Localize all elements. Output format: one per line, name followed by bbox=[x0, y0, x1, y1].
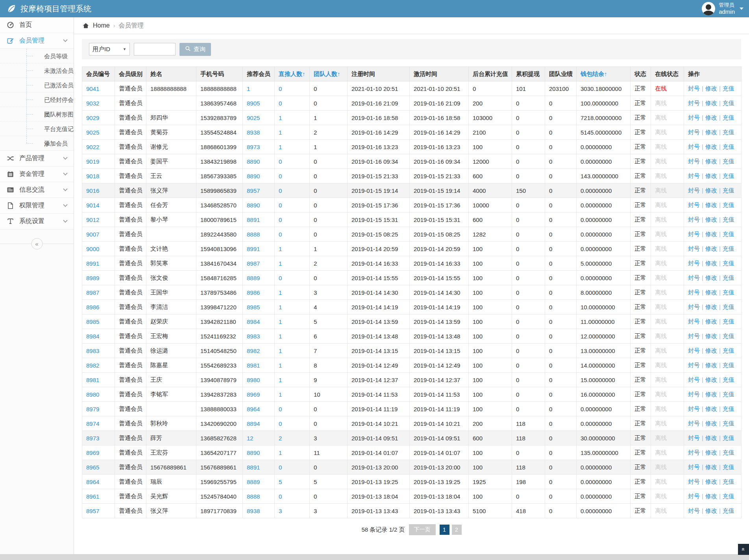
member-id-link[interactable]: 9016 bbox=[86, 187, 99, 194]
action-link[interactable]: 修改 bbox=[705, 318, 717, 325]
action-link[interactable]: 封号 bbox=[688, 333, 700, 339]
action-link[interactable]: 封号 bbox=[688, 318, 700, 325]
member-id-link[interactable]: 9022 bbox=[86, 144, 99, 150]
column-header[interactable]: 团队人数↑ bbox=[310, 67, 348, 81]
member-id-link[interactable]: 8974 bbox=[86, 420, 99, 427]
member-id-link[interactable]: 9018 bbox=[86, 173, 99, 179]
action-link[interactable]: 修改 bbox=[705, 289, 717, 296]
referrer-link[interactable]: 8890 bbox=[247, 173, 260, 179]
direct-count-link[interactable]: 5 bbox=[279, 479, 282, 485]
member-id-link[interactable]: 9000 bbox=[86, 246, 99, 252]
action-link[interactable]: 封号 bbox=[688, 507, 700, 514]
action-link[interactable]: 充值 bbox=[723, 260, 734, 266]
action-link[interactable]: 修改 bbox=[705, 201, 717, 208]
referrer-link[interactable]: 8957 bbox=[247, 187, 260, 194]
referrer-link[interactable]: 8938 bbox=[247, 129, 260, 136]
sidebar-item-permission-management[interactable]: 权限管理 bbox=[0, 198, 74, 214]
action-link[interactable]: 修改 bbox=[705, 333, 717, 339]
action-link[interactable]: 封号 bbox=[688, 274, 700, 281]
direct-count-link[interactable]: 0 bbox=[279, 406, 282, 412]
direct-count-link[interactable]: 0 bbox=[279, 202, 282, 209]
action-link[interactable]: 封号 bbox=[688, 405, 700, 412]
action-link[interactable]: 修改 bbox=[705, 391, 717, 397]
search-input[interactable] bbox=[134, 43, 176, 55]
referrer-link[interactable]: 8905 bbox=[247, 100, 260, 107]
action-link[interactable]: 修改 bbox=[705, 187, 717, 194]
action-link[interactable]: 修改 bbox=[705, 100, 717, 106]
action-link[interactable]: 修改 bbox=[705, 129, 717, 135]
action-link[interactable]: 修改 bbox=[705, 362, 717, 368]
direct-count-link[interactable]: 2 bbox=[279, 435, 282, 442]
action-link[interactable]: 充值 bbox=[723, 434, 734, 441]
referrer-link[interactable]: 9025 bbox=[247, 115, 260, 121]
direct-count-link[interactable]: 0 bbox=[279, 216, 282, 223]
referrer-link[interactable]: 8985 bbox=[247, 304, 260, 310]
action-link[interactable]: 封号 bbox=[688, 85, 700, 92]
search-field-select[interactable]: 用户ID ▼ bbox=[89, 43, 130, 55]
action-link[interactable]: 封号 bbox=[688, 464, 700, 470]
member-id-link[interactable]: 9025 bbox=[86, 129, 99, 136]
member-id-link[interactable]: 9007 bbox=[86, 231, 99, 238]
direct-count-link[interactable]: 1 bbox=[279, 333, 282, 340]
action-link[interactable]: 充值 bbox=[723, 391, 734, 397]
referrer-link[interactable]: 8888 bbox=[247, 493, 260, 500]
referrer-link[interactable]: 8890 bbox=[247, 449, 260, 456]
direct-count-link[interactable]: 0 bbox=[279, 173, 282, 179]
direct-count-link[interactable]: 1 bbox=[279, 347, 282, 354]
action-link[interactable]: 封号 bbox=[688, 187, 700, 194]
action-link[interactable]: 封号 bbox=[688, 289, 700, 296]
action-link[interactable]: 封号 bbox=[688, 434, 700, 441]
member-id-link[interactable]: 8991 bbox=[86, 260, 99, 267]
action-link[interactable]: 充值 bbox=[723, 347, 734, 354]
action-link[interactable]: 修改 bbox=[705, 507, 717, 514]
direct-count-link[interactable]: 1 bbox=[279, 289, 282, 296]
sidebar-subitem[interactable]: 团队树形图 bbox=[0, 107, 74, 122]
referrer-link[interactable]: 8980 bbox=[247, 377, 260, 383]
action-link[interactable]: 封号 bbox=[688, 245, 700, 252]
direct-count-link[interactable]: 0 bbox=[279, 420, 282, 427]
action-link[interactable]: 封号 bbox=[688, 201, 700, 208]
sidebar-subitem[interactable]: 会员等级 bbox=[0, 49, 74, 63]
action-link[interactable]: 封号 bbox=[688, 376, 700, 383]
action-link[interactable]: 充值 bbox=[723, 100, 734, 106]
action-link[interactable]: 充值 bbox=[723, 420, 734, 427]
direct-count-link[interactable]: 1 bbox=[279, 391, 282, 398]
bottom-scrollbar-strip[interactable] bbox=[0, 554, 749, 560]
sidebar-subitem[interactable]: 平台充值记录 bbox=[0, 122, 74, 136]
action-link[interactable]: 修改 bbox=[705, 478, 717, 485]
action-link[interactable]: 修改 bbox=[705, 85, 717, 92]
back-to-top-button[interactable]: « bbox=[738, 544, 749, 555]
sidebar-item-system-settings[interactable]: 系统设置 bbox=[0, 214, 74, 229]
referrer-link[interactable]: 8981 bbox=[247, 362, 260, 369]
search-button[interactable]: 查询 bbox=[179, 43, 211, 56]
action-link[interactable]: 充值 bbox=[723, 158, 734, 164]
direct-count-link[interactable]: 1 bbox=[279, 246, 282, 252]
member-id-link[interactable]: 9014 bbox=[86, 202, 99, 209]
referrer-link[interactable]: 8890 bbox=[247, 158, 260, 165]
member-id-link[interactable]: 8961 bbox=[86, 493, 99, 500]
direct-count-link[interactable]: 0 bbox=[279, 464, 282, 471]
referrer-link[interactable]: 8891 bbox=[247, 464, 260, 471]
direct-count-link[interactable]: 0 bbox=[279, 231, 282, 238]
direct-count-link[interactable]: 1 bbox=[279, 362, 282, 369]
user-menu[interactable]: 管理员 admin bbox=[702, 0, 743, 17]
action-link[interactable]: 修改 bbox=[705, 274, 717, 281]
direct-count-link[interactable]: 1 bbox=[279, 304, 282, 310]
action-link[interactable]: 封号 bbox=[688, 420, 700, 427]
member-id-link[interactable]: 8957 bbox=[86, 508, 99, 514]
direct-count-link[interactable]: 1 bbox=[279, 144, 282, 150]
action-link[interactable]: 封号 bbox=[688, 303, 700, 310]
referrer-link[interactable]: 8964 bbox=[247, 406, 260, 412]
referrer-link[interactable]: 8983 bbox=[247, 333, 260, 340]
direct-count-link[interactable]: 1 bbox=[279, 449, 282, 456]
action-link[interactable]: 充值 bbox=[723, 274, 734, 281]
sidebar-item-home[interactable]: 首页 bbox=[0, 17, 74, 33]
direct-count-link[interactable]: 0 bbox=[279, 493, 282, 500]
member-id-link[interactable]: 9029 bbox=[86, 115, 99, 121]
action-link[interactable]: 封号 bbox=[688, 493, 700, 499]
action-link[interactable]: 修改 bbox=[705, 420, 717, 427]
referrer-link[interactable]: 8938 bbox=[247, 508, 260, 514]
member-id-link[interactable]: 8986 bbox=[86, 304, 99, 310]
referrer-link[interactable]: 8984 bbox=[247, 318, 260, 325]
breadcrumb-home-link[interactable]: Home bbox=[93, 22, 110, 29]
